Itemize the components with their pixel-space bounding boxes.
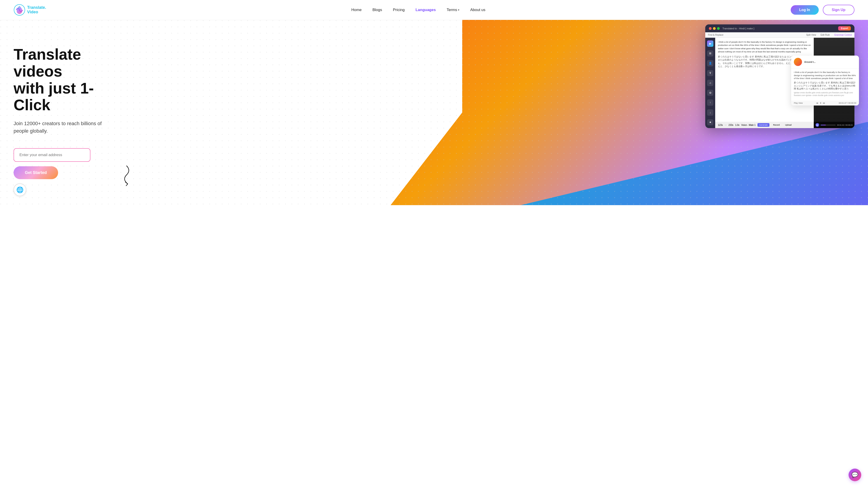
edit-rule-label[interactable]: Edit Rule xyxy=(820,34,830,36)
sidebar-icon-music[interactable]: ♫ xyxy=(707,80,713,86)
avatar xyxy=(794,58,802,66)
prev-button[interactable]: ⏮ xyxy=(816,102,818,104)
sidebar-icon-settings[interactable]: ⚙ xyxy=(707,90,713,96)
login-button[interactable]: Log In xyxy=(791,5,819,15)
english-transcript: I think a lot of people don't I'm like b… xyxy=(718,40,811,53)
hero-cta: Get Started xyxy=(13,148,113,179)
floating-card-content: I think a lot of people don't I'm like b… xyxy=(791,68,859,101)
mini-timecode: 00:01:47 / 00:00:30 xyxy=(839,102,856,104)
floating-card-footer: Play View ⏮ ⏸ ⏭ 00:01:47 / 00:00:30 xyxy=(791,101,859,105)
mockup-title: Translated to - Hindi [ make ] xyxy=(722,27,835,30)
nav-item-terms[interactable]: Terms ▾ xyxy=(447,8,459,12)
floating-en-text: I think a lot of people don't I'm like b… xyxy=(794,71,856,80)
sidebar-icon-arrow-down[interactable]: ↓ xyxy=(707,109,713,116)
nav-item-about[interactable]: About us xyxy=(470,8,485,12)
email-input[interactable] xyxy=(20,153,85,157)
nav-item-blogs[interactable]: Blogs xyxy=(373,8,382,12)
sidebar-icon-caption[interactable]: 𝐓 xyxy=(707,70,713,76)
timeline-2: 233s xyxy=(728,124,734,126)
sidebar-icon-person[interactable]: 👤 xyxy=(707,60,713,66)
minimize-window-button[interactable] xyxy=(713,27,716,30)
globe-button[interactable]: 🌐 xyxy=(13,184,26,196)
chat-icon: 💬 xyxy=(851,472,858,478)
app-mockup: Translated to - Hindi [ make ] Export Fi… xyxy=(705,24,864,128)
navbar: Translate. Video Home Blogs Pricing Lang… xyxy=(0,0,868,20)
export-button[interactable]: Export xyxy=(838,26,851,31)
video-progress-bar[interactable] xyxy=(820,125,836,125)
chevron-down-icon: ▾ xyxy=(458,8,459,11)
maximize-window-button[interactable] xyxy=(717,27,720,30)
sidebar-icon-star[interactable]: ★ xyxy=(707,119,713,126)
pause-button[interactable]: ⏸ xyxy=(819,102,822,104)
logo-text: Translate. Video xyxy=(27,5,46,14)
sidebar-icon-play[interactable]: ▶ xyxy=(707,40,713,47)
floating-card-header: Around t... xyxy=(791,56,859,68)
next-button[interactable]: ⏭ xyxy=(823,102,825,104)
close-window-button[interactable] xyxy=(709,27,712,30)
swirl-decoration xyxy=(118,164,135,187)
nav-links: Home Blogs Pricing Languages Terms ▾ Abo… xyxy=(351,8,485,12)
record-button[interactable]: Record xyxy=(771,123,781,127)
signup-button[interactable]: Sign Up xyxy=(823,5,855,15)
nav-buttons: Log In Sign Up xyxy=(791,5,855,15)
find-replace-label: Find & Replace xyxy=(708,34,723,36)
mockup-toolbar: Find & Replace Split View Edit Rule Gram… xyxy=(705,32,855,38)
play-button-video[interactable]: ▶ xyxy=(815,123,819,127)
hero-subtitle: Join 12000+ creators to reach billions o… xyxy=(13,120,113,135)
voice-label[interactable]: Voice - Male 1 xyxy=(741,124,755,126)
speed-label[interactable]: 1.0x xyxy=(735,124,739,126)
hero-section: Translate videos with just 1-Click Join … xyxy=(0,20,868,205)
generate-button[interactable]: Generate xyxy=(757,123,770,127)
split-view-label[interactable]: Split View xyxy=(806,34,816,36)
mockup-sidebar: ▶ ⊞ 👤 𝐓 ♫ ⚙ ↑ ↓ ★ xyxy=(705,38,715,128)
chat-bubble-button[interactable]: 💬 xyxy=(848,468,861,481)
nav-item-languages[interactable]: Languages xyxy=(415,8,436,12)
mini-player-controls: ⏮ ⏸ ⏭ xyxy=(816,102,825,104)
email-input-wrapper[interactable] xyxy=(13,148,90,162)
hero-title: Translate videos with just 1-Click xyxy=(13,46,113,113)
globe-icon: 🌐 xyxy=(16,186,24,193)
timeline-1: 123s xyxy=(718,124,723,126)
floating-jp-text: 多くの人はそうではないと思います 基本的に私は工場の設計 エンジニアリング会議 … xyxy=(794,81,856,90)
grammar-control-label[interactable]: Grammar Control xyxy=(834,34,852,36)
player-controls-label: Play View xyxy=(794,102,803,104)
window-controls xyxy=(709,27,720,30)
get-started-button[interactable]: Get Started xyxy=(13,166,58,179)
logo-icon xyxy=(13,4,25,16)
floating-extra-text: igiotas-cmsis ductile gule cmsis autonic… xyxy=(794,92,856,97)
upload-button[interactable]: Upload xyxy=(783,123,794,127)
hero-content: Translate videos with just 1-Click Join … xyxy=(0,32,127,193)
nav-item-home[interactable]: Home xyxy=(351,8,362,12)
mockup-bottom-bar: 123s — 233s 1.0x Voice - Male 1 Generate… xyxy=(715,122,814,128)
mockup-titlebar: Translated to - Hindi [ make ] Export xyxy=(705,24,855,32)
nav-item-pricing[interactable]: Pricing xyxy=(393,8,405,12)
floating-card-title: Around t... xyxy=(804,61,815,64)
video-timecode: ▶ 00:01:42 / 00:08:23 xyxy=(814,122,855,128)
timeline-separator: — xyxy=(725,124,727,126)
logo[interactable]: Translate. Video xyxy=(13,4,46,16)
sidebar-icon-grid[interactable]: ⊞ xyxy=(707,51,713,57)
video-timecode-label: 00:01:42 / 00:08:23 xyxy=(837,124,852,126)
sidebar-icon-arrow-up[interactable]: ↑ xyxy=(707,99,713,106)
floating-transcript-card: Around t... I think a lot of people don'… xyxy=(791,56,859,105)
